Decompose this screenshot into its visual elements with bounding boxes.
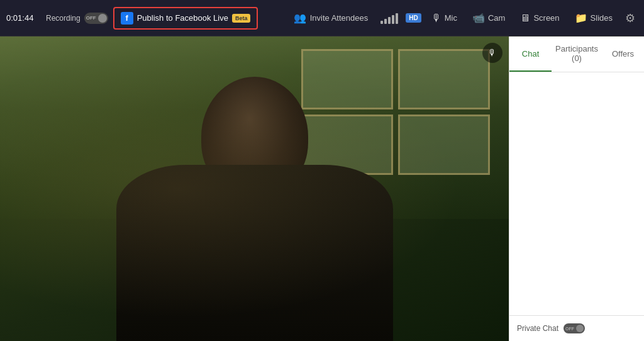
recording-group: Recording OFF bbox=[46, 13, 108, 24]
private-chat-toggle[interactable]: OFF bbox=[564, 323, 585, 333]
signal-strength-icon bbox=[380, 13, 398, 24]
chat-content-area bbox=[509, 72, 644, 315]
cam-button[interactable]: 📹 Cam bbox=[467, 9, 510, 26]
mic-icon: 🎙 bbox=[431, 13, 441, 24]
mic-label: Mic bbox=[445, 13, 457, 23]
screen-button[interactable]: 🖥 Screen bbox=[515, 10, 564, 26]
timer-display: 0:01:44 bbox=[6, 13, 41, 23]
recording-toggle-text: OFF bbox=[86, 15, 96, 21]
toggle-small-knob bbox=[576, 325, 584, 332]
screen-label: Screen bbox=[533, 13, 559, 23]
cam-icon: 📹 bbox=[472, 12, 485, 24]
gear-icon: ⚙ bbox=[625, 12, 635, 25]
invite-label: Invite Attendees bbox=[310, 13, 369, 23]
private-chat-toggle-text: OFF bbox=[565, 327, 574, 331]
participants-label: Participants bbox=[555, 44, 598, 53]
video-mic-button[interactable]: 🎙 bbox=[482, 43, 502, 63]
video-mic-icon: 🎙 bbox=[488, 48, 497, 58]
tab-offers[interactable]: Offers bbox=[602, 36, 644, 72]
hd-badge: HD bbox=[406, 13, 421, 23]
screen-icon: 🖥 bbox=[520, 13, 530, 24]
video-area: 🎙 bbox=[0, 36, 509, 341]
slides-button[interactable]: 📁 Slides bbox=[570, 9, 618, 26]
tab-chat[interactable]: Chat bbox=[509, 36, 552, 72]
beta-badge: Beta bbox=[232, 14, 251, 23]
settings-button[interactable]: ⚙ bbox=[623, 9, 638, 28]
main-content: 🎙 Chat Participants (0) Offers Private C… bbox=[0, 36, 644, 341]
tab-participants[interactable]: Participants (0) bbox=[552, 36, 602, 72]
toggle-knob bbox=[98, 14, 107, 23]
toolbar: 0:01:44 Recording OFF f Publish to Faceb… bbox=[0, 0, 644, 36]
video-feed bbox=[0, 36, 509, 341]
slides-label: Slides bbox=[591, 13, 613, 23]
slides-icon: 📁 bbox=[575, 12, 587, 24]
cam-label: Cam bbox=[488, 13, 505, 23]
right-panel: Chat Participants (0) Offers Private Cha… bbox=[509, 36, 644, 341]
fb-live-label: Publish to Facebook Live bbox=[137, 13, 228, 23]
invite-icon: 👥 bbox=[294, 12, 306, 24]
participants-count: (0) bbox=[572, 53, 582, 63]
recording-toggle[interactable]: OFF bbox=[84, 13, 108, 24]
recording-label: Recording bbox=[46, 14, 80, 23]
mic-button[interactable]: 🎙 Mic bbox=[426, 10, 462, 26]
facebook-icon: f bbox=[121, 12, 133, 25]
panel-footer: Private Chat OFF bbox=[509, 315, 644, 341]
invite-attendees-button[interactable]: 👥 Invite Attendees bbox=[289, 9, 374, 26]
panel-tabs: Chat Participants (0) Offers bbox=[509, 36, 644, 72]
private-chat-label: Private Chat bbox=[517, 324, 558, 333]
ambient-light bbox=[0, 36, 509, 341]
publish-facebook-live-button[interactable]: f Publish to Facebook Live Beta bbox=[113, 7, 258, 30]
